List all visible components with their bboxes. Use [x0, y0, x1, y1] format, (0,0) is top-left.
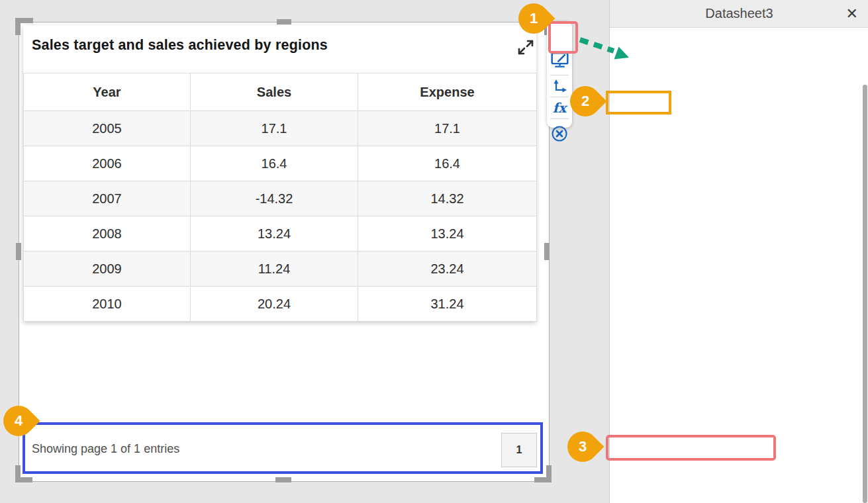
resize-handle-top[interactable] — [277, 19, 291, 24]
resize-handle-left[interactable] — [16, 243, 21, 260]
resize-handle-bottom-left[interactable] — [15, 477, 32, 482]
close-icon[interactable]: ✕ — [846, 5, 858, 23]
properties-panel: Datasheet3 ✕ — [609, 0, 868, 503]
close-circle-icon[interactable] — [547, 120, 572, 147]
table-cell[interactable]: 2007 — [24, 181, 191, 216]
table-cell[interactable]: 13.24 — [358, 216, 537, 252]
table-cell[interactable]: 14.32 — [358, 181, 537, 216]
table-row: 2009 11.24 23.24 — [24, 252, 537, 287]
table-cell[interactable]: 2009 — [24, 252, 191, 287]
table-cell[interactable]: 2005 — [24, 111, 191, 146]
table-cell[interactable]: 31.24 — [358, 287, 537, 322]
table-cell[interactable]: 20.24 — [191, 287, 358, 322]
table-cell[interactable]: 2010 — [24, 287, 191, 322]
table-cell[interactable]: -14.32 — [191, 181, 358, 216]
toolbar-divider — [550, 97, 569, 97]
pagination-status: Showing page 1 of 1 entries — [32, 442, 179, 456]
widget-toolbar: fx — [547, 21, 572, 128]
table-cell[interactable]: 23.24 — [358, 252, 537, 287]
column-header[interactable]: Year — [24, 73, 191, 111]
fx-script-icon[interactable]: fx — [547, 98, 572, 118]
resize-handle-bottom[interactable] — [275, 477, 291, 482]
table-cell[interactable]: 13.24 — [191, 216, 358, 252]
table-row: 2007 -14.32 14.32 — [24, 181, 537, 216]
resize-handle-bottom-right[interactable] — [534, 477, 552, 482]
table-row: 2006 16.4 16.4 — [24, 146, 537, 181]
datasheet-card: Sales target and sales achieved by regio… — [23, 25, 536, 322]
panel-header: Datasheet3 ✕ — [610, 0, 868, 28]
annotation-marker-3: 3 — [561, 425, 604, 468]
expand-icon[interactable] — [516, 37, 536, 57]
table-header-row: Year Sales Expense — [24, 73, 537, 111]
move-axes-icon[interactable] — [547, 76, 572, 97]
table-cell[interactable]: 2008 — [24, 216, 191, 252]
table-row: 2005 17.1 17.1 — [24, 111, 537, 146]
properties-monitor-icon[interactable] — [547, 46, 572, 73]
toolbar-divider — [550, 118, 569, 119]
table-row: 2010 20.24 31.24 — [24, 287, 537, 322]
datasheet-title: Sales target and sales achieved by regio… — [32, 37, 328, 54]
table-cell[interactable]: 17.1 — [358, 111, 537, 146]
panel-scrollbar[interactable] — [863, 85, 867, 503]
toolbar-divider — [550, 75, 569, 75]
column-header[interactable]: Expense — [358, 73, 537, 111]
table-cell[interactable]: 16.4 — [358, 146, 537, 181]
table-cell[interactable]: 11.24 — [191, 252, 358, 287]
table-cell[interactable]: 17.1 — [191, 111, 358, 146]
table-row: 2008 13.24 13.24 — [24, 216, 537, 252]
page-number-button[interactable]: 1 — [501, 433, 537, 467]
table-cell[interactable]: 16.4 — [191, 146, 358, 181]
panel-title: Datasheet3 — [705, 6, 773, 21]
resize-handle-top-left[interactable] — [15, 18, 21, 35]
resize-handle-right[interactable] — [544, 243, 550, 260]
datasheet-table: Year Sales Expense 2005 17.1 17.1 2006 1… — [23, 73, 537, 322]
column-header[interactable]: Sales — [191, 73, 358, 111]
table-cell[interactable]: 2006 — [24, 146, 191, 181]
